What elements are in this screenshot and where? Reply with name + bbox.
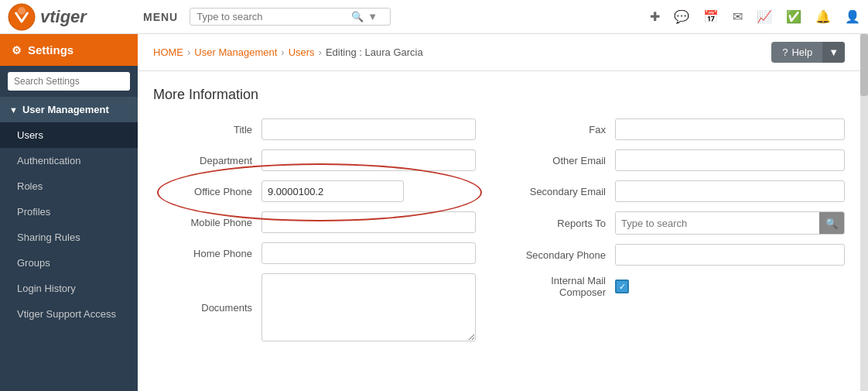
- global-search-input[interactable]: [196, 11, 351, 22]
- department-row: Department: [153, 149, 476, 171]
- breadcrumb-user-management[interactable]: User Management: [194, 46, 277, 58]
- user-management-section[interactable]: ▼ User Management: [0, 97, 138, 122]
- mobile-phone-label: Mobile Phone: [153, 217, 261, 228]
- home-phone-row: Home Phone: [153, 242, 476, 264]
- breadcrumb-current: Editing : Laura Garcia: [326, 46, 423, 58]
- other-email-input[interactable]: [615, 149, 845, 171]
- sidebar-item-sharing-rules[interactable]: Sharing Rules: [0, 225, 138, 250]
- mobile-phone-input[interactable]: [261, 211, 476, 233]
- search-icon: 🔍: [825, 218, 838, 229]
- svg-point-1: [18, 7, 26, 15]
- reports-to-search-wrapper: 🔍: [615, 211, 845, 235]
- sidebar: ⚙ Settings ▼ User Management Users Authe…: [0, 34, 138, 391]
- home-phone-label: Home Phone: [153, 248, 261, 259]
- secondary-email-input[interactable]: [615, 180, 845, 202]
- logo-text: vtiger: [40, 7, 87, 27]
- gear-icon: ⚙: [12, 44, 22, 57]
- settings-header: ⚙ Settings: [0, 34, 138, 66]
- reports-to-row: Reports To 🔍: [507, 211, 845, 235]
- form-title: More Information: [153, 87, 845, 103]
- internal-mail-composer-checkbox[interactable]: ✓: [615, 280, 629, 293]
- breadcrumb-sep-1: ›: [187, 46, 190, 58]
- reports-to-search-input[interactable]: [616, 212, 819, 234]
- internal-mail-composer-label: Internal Mail Composer: [507, 275, 615, 298]
- form-right-col: Fax Other Email Secondary Email: [499, 118, 845, 351]
- sidebar-item-roles[interactable]: Roles: [0, 173, 138, 199]
- top-nav: vtiger MENU 🔍 ▼ ✚ 💬 📅 ✉ 📈 ✅ 🔔 👤: [0, 0, 868, 34]
- scrollbar-thumb[interactable]: [860, 34, 868, 96]
- scrollbar[interactable]: [860, 34, 868, 391]
- section-label: User Management: [22, 104, 109, 115]
- other-email-label: Other Email: [507, 155, 615, 166]
- content-area: HOME › User Management › Users › Editing…: [138, 34, 860, 391]
- office-phone-wrapper: [261, 180, 476, 202]
- logo: vtiger: [8, 3, 143, 31]
- user-icon[interactable]: 👤: [845, 9, 860, 24]
- sidebar-item-vtiger-support[interactable]: Vtiger Support Access: [0, 301, 138, 327]
- search-icons: 🔍 ▼: [351, 11, 378, 22]
- internal-mail-composer-row: Internal Mail Composer ✓: [507, 275, 845, 298]
- chevron-down-icon: ▼: [9, 105, 18, 115]
- home-phone-input[interactable]: [261, 242, 476, 264]
- help-dropdown-icon[interactable]: ▼: [822, 42, 845, 63]
- department-input[interactable]: [261, 149, 476, 171]
- secondary-email-label: Secondary Email: [507, 186, 615, 197]
- other-email-row: Other Email: [507, 149, 845, 171]
- secondary-phone-input[interactable]: [615, 244, 845, 266]
- fax-row: Fax: [507, 118, 845, 140]
- breadcrumb-sep-3: ›: [319, 46, 322, 58]
- title-input[interactable]: [261, 118, 476, 140]
- title-label: Title: [153, 124, 261, 135]
- breadcrumb-users[interactable]: Users: [289, 46, 315, 58]
- form-grid: Title Department Office Phone: [153, 118, 845, 351]
- title-row: Title: [153, 118, 476, 140]
- sidebar-item-authentication[interactable]: Authentication: [0, 148, 138, 173]
- secondary-phone-label: Secondary Phone: [507, 249, 615, 261]
- documents-label: Documents: [153, 302, 261, 314]
- bell-icon[interactable]: 🔔: [815, 9, 831, 24]
- breadcrumb-sep-2: ›: [281, 46, 284, 58]
- chart-icon[interactable]: 📈: [757, 9, 772, 24]
- global-search-bar: 🔍 ▼: [190, 8, 391, 26]
- documents-textarea[interactable]: [261, 273, 476, 341]
- breadcrumb-home[interactable]: HOME: [153, 46, 183, 58]
- reports-to-label: Reports To: [507, 218, 615, 229]
- menu-button[interactable]: MENU: [143, 11, 190, 23]
- main-layout: ⚙ Settings ▼ User Management Users Authe…: [0, 34, 868, 391]
- department-label: Department: [153, 155, 261, 166]
- search-icon[interactable]: 🔍: [351, 11, 364, 22]
- breadcrumb: HOME › User Management › Users › Editing…: [138, 34, 860, 71]
- help-button[interactable]: ? Help ▼: [771, 42, 845, 63]
- vtiger-logo-icon: [8, 3, 36, 31]
- documents-row: Documents: [153, 273, 476, 341]
- fax-input[interactable]: [615, 118, 845, 140]
- office-phone-label: Office Phone: [153, 186, 261, 197]
- sidebar-item-profiles[interactable]: Profiles: [0, 199, 138, 225]
- calendar-icon[interactable]: 📅: [703, 9, 719, 24]
- sidebar-item-groups[interactable]: Groups: [0, 250, 138, 276]
- email-icon[interactable]: ✉: [733, 9, 743, 24]
- sidebar-item-users[interactable]: Users: [0, 122, 138, 148]
- chat-icon[interactable]: 💬: [674, 9, 689, 24]
- secondary-email-row: Secondary Email: [507, 180, 845, 202]
- settings-label: Settings: [28, 43, 73, 57]
- form-container: More Information Title Department: [138, 71, 860, 391]
- reports-to-search-button[interactable]: 🔍: [819, 212, 844, 234]
- help-label: Help: [791, 46, 812, 58]
- sidebar-search-input[interactable]: [8, 72, 130, 91]
- office-phone-input[interactable]: [261, 180, 404, 202]
- sidebar-search-container: [0, 66, 138, 97]
- sidebar-item-login-history[interactable]: Login History: [0, 276, 138, 301]
- nav-icons: ✚ 💬 📅 ✉ 📈 ✅ 🔔 👤: [650, 9, 860, 24]
- dropdown-arrow-icon[interactable]: ▼: [367, 11, 378, 22]
- mobile-phone-row: Mobile Phone: [153, 211, 476, 233]
- add-icon[interactable]: ✚: [650, 9, 660, 24]
- question-mark-icon: ?: [782, 46, 788, 58]
- fax-label: Fax: [507, 124, 615, 135]
- office-phone-row: Office Phone: [153, 180, 476, 202]
- form-left-col: Title Department Office Phone: [153, 118, 499, 351]
- task-icon[interactable]: ✅: [786, 9, 801, 24]
- secondary-phone-row: Secondary Phone: [507, 244, 845, 266]
